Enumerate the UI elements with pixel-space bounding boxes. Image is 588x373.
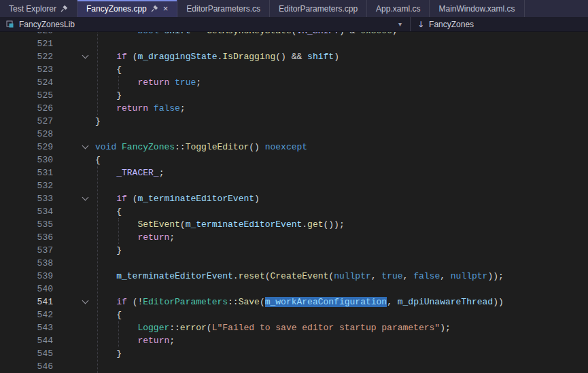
line-number: 540 [0,283,53,296]
close-icon[interactable]: × [163,4,169,13]
code-line: 527} [0,115,588,128]
code-line: 521 [0,37,588,50]
line-number: 533 [0,192,53,205]
code-text: return; [95,231,175,244]
line-number: 539 [0,270,53,283]
code-text: void FancyZones::ToggleEditor() noexcept [95,141,307,154]
down-arrow-icon: ↓ [417,20,424,29]
code-line: 544 return; [0,334,588,347]
line-number: 544 [0,334,53,347]
line-number: 526 [0,102,53,115]
code-text: if (!EditorParameters::Save(m_workAreaCo… [95,296,504,308]
code-line: 535 SetEvent(m_terminateEditorEvent.get(… [0,218,588,231]
code-text: m_terminateEditorEvent.reset(CreateEvent… [95,270,504,283]
code-text: _TRACER_; [95,166,164,179]
tab-label: MainWindow.xaml.cs [438,4,515,14]
line-number: 534 [0,205,53,218]
line-number: 542 [0,308,53,321]
code-text: } [95,347,122,360]
pin-icon[interactable] [151,5,158,12]
line-number: 531 [0,166,53,179]
tab-label: FancyZones.cpp [86,4,147,14]
code-line: 538 [0,257,588,270]
code-text: { [95,63,122,76]
vs-editor-window: Test ExplorerFancyZones.cpp×EditorParame… [0,0,588,373]
code-line: 537 } [0,244,588,257]
code-text: bool shift = GetAsyncKeyState(VK_SHIFT) … [95,32,398,37]
code-text: if (m_terminateEditorEvent) [95,192,260,205]
code-text: { [95,205,122,218]
code-line: 540 [0,283,588,296]
code-text: return true; [95,76,201,89]
code-line: 528 [0,128,588,141]
code-line: 529void FancyZones::ToggleEditor() noexc… [0,141,588,154]
fold-chevron-icon[interactable] [77,296,93,308]
line-number: 543 [0,321,53,334]
tab-app-xaml-cs[interactable]: App.xaml.cs [367,0,430,17]
code-line: 523 { [0,63,588,76]
line-number: 522 [0,50,53,63]
code-text: if (m_draggingState.IsDragging() && shif… [95,50,339,63]
tab-label: App.xaml.cs [376,4,420,14]
code-text: } [95,115,101,128]
code-line: 536 return; [0,231,588,244]
code-text: { [95,308,122,321]
line-number: 525 [0,89,53,102]
line-number: 527 [0,115,53,128]
line-number: 528 [0,128,53,141]
line-number: 537 [0,244,53,257]
code-text: } [95,244,122,257]
code-line: 526 return false; [0,102,588,115]
code-line: 543 Logger::error(L"Failed to save edito… [0,321,588,334]
code-text: SetEvent(m_terminateEditorEvent.get()); [95,218,345,231]
pin-icon[interactable] [60,5,68,12]
code-line: 522 if (m_draggingState.IsDragging() && … [0,50,588,63]
line-number: 546 [0,360,53,373]
line-number: 521 [0,37,53,50]
project-icon [5,20,14,29]
code-line: 520 bool shift = GetAsyncKeyState(VK_SHI… [0,32,588,37]
navigation-bar: FancyZonesLib ▾ ↓ FancyZones [0,17,588,32]
code-editor[interactable]: 520 bool shift = GetAsyncKeyState(VK_SHI… [0,32,588,373]
code-line: 531 _TRACER_; [0,166,588,179]
tab-label: Test Explorer [9,4,56,14]
line-number: 545 [0,347,53,360]
code-line: 530{ [0,154,588,166]
code-line: 539 m_terminateEditorEvent.reset(CreateE… [0,270,588,283]
tab-test-explorer[interactable]: Test Explorer [0,0,77,17]
fold-chevron-icon[interactable] [77,192,93,205]
line-number: 538 [0,257,53,270]
project-dropdown-label: FancyZonesLib [19,20,75,29]
code-line: 534 { [0,205,588,218]
line-number: 524 [0,76,53,89]
code-line: 524 return true; [0,76,588,89]
code-line: 542 { [0,308,588,321]
code-line: 533 if (m_terminateEditorEvent) [0,192,588,205]
line-number: 535 [0,218,53,231]
line-number: 541 [0,296,53,308]
line-number: 530 [0,154,53,166]
document-tab-bar: Test ExplorerFancyZones.cpp×EditorParame… [0,0,588,17]
fold-chevron-icon[interactable] [77,141,93,154]
chevron-down-icon[interactable]: ▾ [398,20,402,28]
tab-fancyzones-cpp[interactable]: FancyZones.cpp× [77,0,177,17]
code-line: 525 } [0,89,588,102]
member-dropdown[interactable]: ↓ FancyZones [411,17,588,31]
code-line: 541 if (!EditorParameters::Save(m_workAr… [0,296,588,308]
code-text: Logger::error(L"Failed to save editor st… [95,321,451,334]
line-number: 536 [0,231,53,244]
code-line: 546 [0,360,588,373]
line-number: 532 [0,179,53,192]
code-line: 545 } [0,347,588,360]
member-dropdown-label: FancyZones [429,20,474,29]
tab-editorparameters-cs[interactable]: EditorParameters.cs [177,0,270,17]
code-text: return; [95,334,175,347]
code-line: 532 [0,179,588,192]
tab-mainwindow-xaml-cs[interactable]: MainWindow.xaml.cs [430,0,524,17]
code-text: return false; [95,102,186,115]
project-dropdown[interactable]: FancyZonesLib ▾ [0,17,411,31]
line-number: 529 [0,141,53,154]
fold-chevron-icon[interactable] [77,50,93,63]
code-text: } [95,89,122,102]
tab-editorparameters-cpp[interactable]: EditorParameters.cpp [270,0,367,17]
